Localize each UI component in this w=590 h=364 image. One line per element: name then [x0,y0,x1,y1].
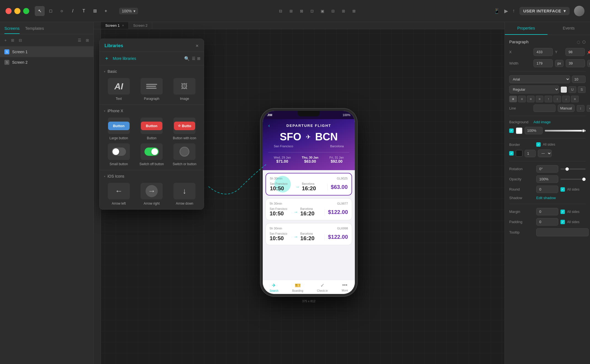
grid-view-icon[interactable]: ⊞ [85,37,90,44]
app-name-badge[interactable]: USER INTERFACE ▾ [519,7,570,15]
screen-1-item[interactable]: S Screen 1 [0,47,93,57]
lib-add-button[interactable]: + [103,55,111,62]
lib-close-button[interactable]: ✕ [195,44,199,48]
basic-section-header[interactable]: ▾ Basic [104,69,199,74]
circle-tool[interactable]: ○ [57,6,67,16]
margin-all-sides-checkbox[interactable]: ✓ [560,210,565,214]
add-screen-icon[interactable]: + [3,37,8,44]
font-size-input[interactable] [572,76,586,83]
duplicate-icon[interactable]: ⊞ [10,37,15,44]
close-button[interactable] [6,8,12,14]
opacity-slider-knob[interactable] [582,129,585,132]
align-bottom-icon[interactable]: ▣ [318,7,327,15]
lib-more-button[interactable]: More libraries [113,56,136,61]
line-mode-select[interactable]: Manual [558,105,575,112]
strikethrough-btn[interactable]: S [578,86,586,93]
y-input[interactable] [565,48,585,56]
lib-item-switch-or[interactable]: Switch or button [170,143,199,166]
folder-icon[interactable]: ⊟ [18,37,23,44]
lib-item-large-button[interactable]: Button Large button [104,117,133,140]
canvas-area[interactable]: Screen 1 ✕ Screen 2 JIM 100% [94,22,505,364]
border-color-swatch[interactable] [516,150,522,157]
valign-bot-btn[interactable]: ↓ [562,96,570,102]
date-item-2[interactable]: Fri, 31 Jan $92.00 [329,156,344,164]
flight-card-1[interactable]: 5h 30min GL9877 San Francisco 10:50 → [266,198,352,220]
x-input[interactable] [533,48,553,56]
valign-mid-btn[interactable]: ↕ [553,96,561,102]
screens-tab[interactable]: Screens [4,26,20,34]
nav-boarding[interactable]: 🎫 Boarding [292,282,303,292]
add-tool[interactable]: + [101,6,111,16]
lib-item-arrow-down[interactable]: ↓ Arrow down [170,183,199,205]
opacity-input[interactable] [536,175,558,183]
more-icon[interactable]: ⊠ [350,7,358,15]
height-input[interactable] [566,59,585,67]
height-unit-select[interactable]: px [587,60,590,67]
lib-item-arrow-left[interactable]: ← Arrow left [104,183,133,205]
templates-tab[interactable]: Templates [25,26,44,34]
grid-view-icon[interactable]: ⊞ [197,56,200,61]
minimize-button[interactable] [14,8,20,14]
component-icon[interactable]: ⬡ [582,40,586,44]
width-unit-select[interactable]: px [555,60,564,67]
align-left-btn[interactable]: ≡ [509,96,517,102]
font-weight-select[interactable]: Regular [509,85,559,93]
list-btn[interactable]: ≡ [571,96,579,102]
border-checkbox[interactable]: ✓ [536,142,541,147]
rotation-knob[interactable] [565,167,569,171]
pin-icon[interactable]: 📌 [587,50,590,54]
round-input[interactable] [536,186,558,193]
cursor-tool[interactable]: ↖ [35,6,45,16]
events-tab[interactable]: Events [548,22,590,35]
line-spacing-icon[interactable]: ⟺ [587,105,590,112]
lib-item-arrow-right[interactable]: → Arrow right [137,183,166,205]
padding-input[interactable] [536,218,558,226]
lib-item-small-button[interactable]: Small button [104,143,133,166]
image-tool[interactable]: ⊞ [90,6,100,16]
canvas-tab-screen2[interactable]: Screen 2 [129,22,152,29]
list-view-icon[interactable]: ☰ [77,37,82,44]
lib-item-text[interactable]: AI Text [104,78,133,101]
background-checkbox[interactable]: ✓ [509,129,514,133]
properties-tab[interactable]: Properties [505,22,548,35]
text-tool[interactable]: T [79,6,89,16]
nav-checkin[interactable]: ✓ Check-in [317,282,328,292]
pen-tool[interactable]: / [68,6,78,16]
iphonex-section-header[interactable]: ▾ iPhone X [104,109,199,113]
tooltip-input[interactable] [536,228,589,236]
align-center-h-icon[interactable]: ⊞ [287,7,295,15]
shadow-edit-link[interactable]: Edit shadow [536,196,556,200]
align-right-icon[interactable]: ⊠ [297,7,306,15]
background-opacity-input[interactable] [525,127,543,134]
zoom-control[interactable]: 100% ▾ [119,8,138,14]
list-view-icon[interactable]: ☰ [192,56,195,61]
round-all-sides-checkbox[interactable]: ✓ [560,187,565,192]
dist-h-icon[interactable]: ⊟ [329,7,337,15]
lib-item-image[interactable]: 🖼 Image [170,78,199,101]
ios-icons-section-header[interactable]: ▾ iOS Icons [104,174,199,178]
width-input[interactable] [533,59,553,67]
lib-item-switch-off[interactable]: Switch off button [137,143,166,166]
close-tab-1[interactable]: ✕ [122,24,124,27]
canvas-tab-screen1[interactable]: Screen 1 ✕ [101,22,129,29]
flight-card-2[interactable]: 5h 30min GL6998 San Francisco 10:50 → [266,223,352,245]
align-justify-btn[interactable]: ≡ [536,96,543,102]
line-height-icon[interactable]: ↕ [577,105,584,112]
user-avatar[interactable] [574,6,584,16]
align-center-btn[interactable]: ≡ [518,96,526,102]
line-input[interactable] [533,105,556,112]
valign-top-btn[interactable]: ↑ [545,96,552,102]
flight-card-0[interactable]: 5h 30min GL9025 San Francisco 10:50 → [266,173,352,196]
border-width-input[interactable] [525,150,536,157]
mobile-device-icon[interactable]: 📱 [494,8,500,14]
eye-off-icon[interactable]: ◌ [577,40,580,44]
screen-2-item[interactable]: S Screen 2 [0,57,93,68]
margin-input[interactable] [536,208,558,215]
border-color-checkbox[interactable]: ✓ [509,151,514,156]
font-color-swatch[interactable] [561,87,567,93]
lib-item-paragraph[interactable]: Paragraph [137,78,166,101]
lib-item-button-with-icon[interactable]: ☆ Butto Button with icon [170,117,199,140]
play-button[interactable]: ▶ [504,8,508,14]
upload-button[interactable]: ↑ [513,8,515,14]
nav-more[interactable]: ••• More [342,282,348,292]
